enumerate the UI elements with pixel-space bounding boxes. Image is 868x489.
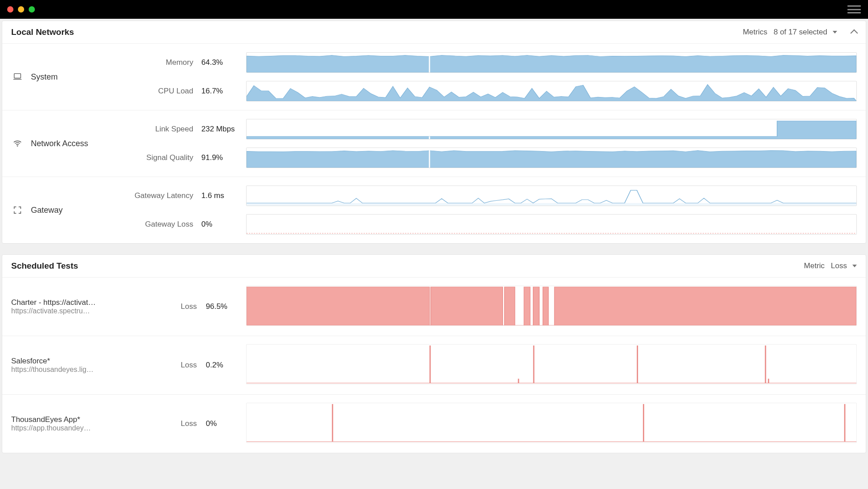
metric-row[interactable]: Link Speed232 Mbps	[125, 115, 246, 143]
test-title: Charter - https://activat…	[11, 298, 154, 307]
metrics-summary: 8 of 17 selected	[774, 28, 827, 37]
gateway-icon	[11, 205, 24, 215]
metric-dropdown[interactable]: Loss	[831, 261, 857, 270]
group-name: Gateway	[31, 206, 63, 215]
window-controls	[7, 6, 35, 13]
test-sparkline[interactable]	[246, 344, 857, 386]
local-networks-title: Local Networks	[11, 27, 74, 37]
metric-name: Link Speed	[155, 125, 193, 134]
minimize-window-button[interactable]	[18, 6, 24, 13]
metrics-label: Metrics	[743, 28, 767, 37]
titlebar	[0, 0, 868, 19]
test-metric-value: 0%	[206, 419, 237, 428]
local-networks-header: Local Networks Metrics 8 of 17 selected	[2, 21, 866, 43]
chevron-down-icon	[852, 265, 857, 267]
metric-value: Loss	[831, 261, 847, 270]
sparkline[interactable]	[246, 115, 857, 143]
test-metric: Loss 96.5%	[154, 302, 246, 311]
metric-row[interactable]: Memory64.3%	[125, 48, 246, 77]
metrics-dropdown[interactable]: 8 of 17 selected	[774, 28, 837, 37]
group-name: System	[31, 72, 58, 82]
svg-rect-11	[518, 379, 519, 383]
collapse-panel-button[interactable]	[851, 30, 858, 37]
svg-rect-16	[844, 404, 846, 442]
menu-icon[interactable]	[847, 5, 861, 13]
test-name: Salesforce* https://thousandeyes.lig…	[11, 357, 154, 374]
test-name: ThousandEyes App* https://app.thousandey…	[11, 415, 154, 432]
chevron-down-icon	[833, 31, 837, 34]
metric-value: 0%	[201, 220, 238, 229]
sparkline[interactable]	[246, 210, 857, 239]
scheduled-tests-title: Scheduled Tests	[11, 261, 78, 271]
metric-value: 232 Mbps	[201, 125, 238, 134]
metric-value: 16.7%	[201, 87, 238, 96]
test-metric-label: Loss	[154, 419, 197, 428]
group-label: Network Access	[11, 115, 125, 172]
sparkline[interactable]	[246, 181, 857, 210]
scheduled-tests-panel: Scheduled Tests Metric Loss Charter - ht…	[2, 254, 866, 453]
test-metric-value: 0.2%	[206, 361, 237, 370]
svg-rect-14	[332, 404, 333, 442]
test-row[interactable]: ThousandEyes App* https://app.thousandey…	[2, 394, 866, 453]
group-label: Gateway	[11, 181, 125, 239]
local-networks-panel: Local Networks Metrics 8 of 17 selected …	[2, 21, 866, 244]
test-sparkline[interactable]	[246, 403, 857, 445]
test-metric-value: 96.5%	[206, 302, 237, 311]
metric-row[interactable]: Gateway Loss0%	[125, 210, 246, 239]
test-name: Charter - https://activat… https://activ…	[11, 298, 154, 315]
svg-rect-12	[768, 379, 769, 383]
metric-name: Gateway Loss	[145, 220, 193, 229]
test-title: ThousandEyes App*	[11, 415, 154, 424]
metric-group-network-access: Network AccessLink Speed232 MbpsSignal Q…	[2, 110, 866, 177]
test-url: https://app.thousandey…	[11, 424, 154, 432]
test-sparkline[interactable]	[246, 286, 857, 328]
metric-row[interactable]: Signal Quality91.9%	[125, 143, 246, 172]
sparkline[interactable]	[246, 143, 857, 172]
test-row[interactable]: Salesforce* https://thousandeyes.lig… Lo…	[2, 336, 866, 394]
test-metric-label: Loss	[154, 302, 197, 311]
laptop-icon	[11, 72, 24, 82]
svg-rect-8	[533, 346, 535, 383]
test-metric-label: Loss	[154, 361, 197, 370]
scheduled-tests-header: Scheduled Tests Metric Loss	[2, 255, 866, 277]
metric-value: 64.3%	[201, 58, 238, 67]
test-url: https://activate.spectru…	[11, 307, 154, 315]
metric-value: 91.9%	[201, 153, 238, 162]
metric-group-system: SystemMemory64.3%CPU Load16.7%	[2, 43, 866, 110]
metric-label: Metric	[804, 261, 825, 270]
svg-rect-0	[14, 74, 21, 78]
group-name: Network Access	[31, 139, 88, 148]
svg-point-2	[17, 145, 18, 147]
close-window-button[interactable]	[7, 6, 13, 13]
metric-row[interactable]: Gateway Latency1.6 ms	[125, 181, 246, 210]
test-row[interactable]: Charter - https://activat… https://activ…	[2, 277, 866, 336]
metric-name: Signal Quality	[146, 153, 193, 162]
svg-rect-15	[643, 404, 644, 442]
metric-name: Memory	[166, 58, 193, 67]
metric-name: CPU Load	[158, 87, 193, 96]
wifi-icon	[11, 139, 24, 148]
metric-group-gateway: GatewayGateway Latency1.6 msGateway Loss…	[2, 177, 866, 243]
svg-rect-9	[637, 346, 638, 383]
svg-rect-7	[430, 346, 431, 383]
test-title: Salesforce*	[11, 357, 154, 366]
test-metric: Loss 0.2%	[154, 361, 246, 370]
panel-gap	[0, 244, 868, 253]
sparkline[interactable]	[246, 48, 857, 77]
svg-rect-10	[765, 346, 766, 383]
sparkline[interactable]	[246, 77, 857, 105]
metric-row[interactable]: CPU Load16.7%	[125, 77, 246, 105]
test-url: https://thousandeyes.lig…	[11, 366, 154, 374]
metric-value: 1.6 ms	[201, 191, 238, 200]
group-label: System	[11, 48, 125, 105]
test-metric: Loss 0%	[154, 419, 246, 428]
maximize-window-button[interactable]	[29, 6, 35, 13]
metric-name: Gateway Latency	[135, 191, 193, 200]
